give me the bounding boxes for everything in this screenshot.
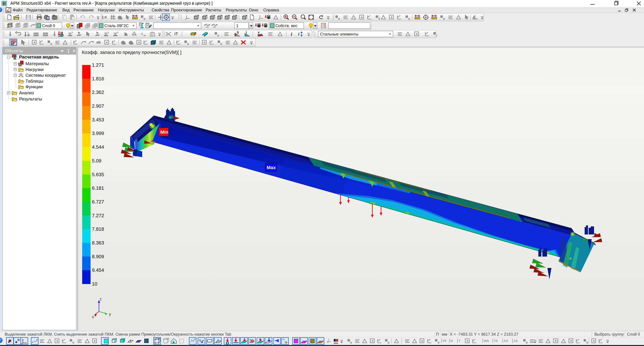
svg-text:JA: JA (514, 339, 518, 343)
svg-text:N: N (194, 338, 196, 341)
svg-text:4.544: 4.544 (92, 144, 104, 150)
svg-text:°c: °c (27, 31, 29, 34)
svg-text:Системы координат: Системы координат (26, 73, 66, 78)
svg-text:Функции: Функции (26, 84, 42, 89)
svg-text:7.272: 7.272 (92, 213, 104, 218)
svg-text:5.09: 5.09 (92, 158, 101, 163)
svg-text:6.727: 6.727 (92, 199, 104, 204)
svg-text:6.181: 6.181 (92, 185, 104, 190)
svg-text:S: S (237, 31, 239, 34)
svg-text:WA: WA (484, 339, 489, 343)
svg-text:TA: TA (494, 339, 498, 343)
svg-text:mm: mm (334, 342, 338, 345)
svg-text:Расчетная модель: Расчетная модель (19, 54, 59, 59)
svg-text:1.271: 1.271 (92, 62, 104, 67)
svg-text:1.816: 1.816 (92, 76, 104, 81)
svg-text:N: N (18, 338, 20, 342)
svg-text:N: N (450, 339, 453, 343)
svg-text:i: i (246, 30, 247, 34)
svg-text:i: i (298, 32, 300, 36)
svg-text:9.454: 9.454 (92, 267, 104, 273)
svg-text:2.907: 2.907 (92, 103, 104, 109)
svg-text:5.635: 5.635 (92, 172, 104, 177)
svg-text:iT: iT (174, 31, 178, 36)
svg-text:8.363: 8.363 (92, 240, 104, 245)
svg-text:VF: VF (442, 339, 447, 343)
svg-text:1:X: 1:X (102, 15, 107, 19)
svg-text:Таблицы: Таблицы (26, 79, 43, 84)
svg-text:AS: AS (504, 339, 508, 343)
svg-text:Анализ: Анализ (19, 90, 34, 95)
svg-text:T: T (458, 339, 460, 343)
svg-text:m: m (282, 338, 284, 341)
svg-text:2.362: 2.362 (92, 89, 104, 95)
svg-text:3.999: 3.999 (92, 131, 104, 136)
svg-text:Результаты: Результаты (19, 96, 42, 102)
svg-text:Нагрузки: Нагрузки (26, 67, 44, 72)
svg-text:0: 0 (328, 338, 330, 341)
svg-text:xN: xN (96, 40, 100, 44)
svg-text:8.909: 8.909 (92, 254, 104, 259)
svg-text:Материалы: Материалы (26, 61, 49, 66)
svg-text:i: i (291, 32, 292, 37)
svg-text:Y: Y (258, 31, 260, 34)
svg-text:10: 10 (92, 281, 97, 286)
svg-text:a: a (141, 31, 143, 36)
svg-text:7.818: 7.818 (92, 226, 104, 232)
svg-text:3.453: 3.453 (92, 117, 104, 122)
